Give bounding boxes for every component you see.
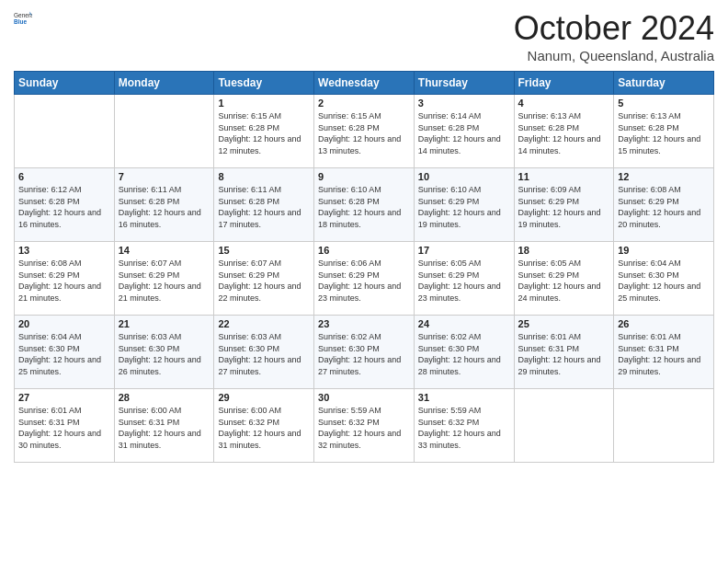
calendar-header-row: SundayMondayTuesdayWednesdayThursdayFrid… xyxy=(15,72,714,95)
calendar-cell: 20Sunrise: 6:04 AM Sunset: 6:30 PM Dayli… xyxy=(15,316,115,389)
day-info: Sunrise: 6:00 AM Sunset: 6:31 PM Dayligh… xyxy=(119,405,210,451)
day-number: 18 xyxy=(518,245,610,256)
day-info: Sunrise: 6:07 AM Sunset: 6:29 PM Dayligh… xyxy=(218,258,310,304)
calendar-cell xyxy=(514,389,614,463)
calendar-cell: 9Sunrise: 6:10 AM Sunset: 6:28 PM Daylig… xyxy=(314,168,415,242)
day-info: Sunrise: 6:08 AM Sunset: 6:29 PM Dayligh… xyxy=(18,258,110,304)
calendar-cell: 16Sunrise: 6:06 AM Sunset: 6:29 PM Dayli… xyxy=(314,242,415,316)
calendar-cell: 23Sunrise: 6:02 AM Sunset: 6:30 PM Dayli… xyxy=(314,316,415,389)
calendar-cell: 4Sunrise: 6:13 AM Sunset: 6:28 PM Daylig… xyxy=(514,95,614,168)
day-number: 3 xyxy=(418,98,510,109)
logo: General Blue xyxy=(14,9,32,28)
week-row-1: 1Sunrise: 6:15 AM Sunset: 6:28 PM Daylig… xyxy=(15,95,714,168)
day-number: 17 xyxy=(418,245,510,256)
svg-text:General: General xyxy=(14,12,32,18)
calendar-cell: 11Sunrise: 6:09 AM Sunset: 6:29 PM Dayli… xyxy=(514,168,614,242)
day-number: 8 xyxy=(218,171,310,182)
calendar-cell: 10Sunrise: 6:10 AM Sunset: 6:29 PM Dayli… xyxy=(414,168,514,242)
weekday-header-saturday: Saturday xyxy=(614,72,714,95)
calendar-cell: 24Sunrise: 6:02 AM Sunset: 6:30 PM Dayli… xyxy=(414,316,514,389)
day-info: Sunrise: 6:13 AM Sunset: 6:28 PM Dayligh… xyxy=(518,110,610,156)
day-number: 22 xyxy=(218,318,310,329)
calendar-cell: 29Sunrise: 6:00 AM Sunset: 6:32 PM Dayli… xyxy=(214,389,314,463)
day-info: Sunrise: 6:03 AM Sunset: 6:30 PM Dayligh… xyxy=(119,331,210,377)
calendar-cell: 15Sunrise: 6:07 AM Sunset: 6:29 PM Dayli… xyxy=(214,242,314,316)
day-number: 12 xyxy=(618,171,710,182)
day-number: 28 xyxy=(119,392,210,403)
calendar-cell: 7Sunrise: 6:11 AM Sunset: 6:28 PM Daylig… xyxy=(114,168,214,242)
day-info: Sunrise: 6:04 AM Sunset: 6:30 PM Dayligh… xyxy=(18,331,110,377)
calendar-cell xyxy=(114,95,214,168)
calendar-cell: 1Sunrise: 6:15 AM Sunset: 6:28 PM Daylig… xyxy=(214,95,314,168)
weekday-header-friday: Friday xyxy=(514,72,614,95)
calendar-cell: 28Sunrise: 6:00 AM Sunset: 6:31 PM Dayli… xyxy=(114,389,214,463)
day-number: 21 xyxy=(119,318,210,329)
day-number: 1 xyxy=(218,98,310,109)
day-info: Sunrise: 6:04 AM Sunset: 6:30 PM Dayligh… xyxy=(618,258,710,304)
day-number: 16 xyxy=(318,245,410,256)
calendar-cell: 2Sunrise: 6:15 AM Sunset: 6:28 PM Daylig… xyxy=(314,95,415,168)
weekday-header-monday: Monday xyxy=(114,72,214,95)
day-info: Sunrise: 6:03 AM Sunset: 6:30 PM Dayligh… xyxy=(218,331,310,377)
calendar-cell: 8Sunrise: 6:11 AM Sunset: 6:28 PM Daylig… xyxy=(214,168,314,242)
day-info: Sunrise: 6:01 AM Sunset: 6:31 PM Dayligh… xyxy=(518,331,610,377)
day-number: 31 xyxy=(418,392,510,403)
day-number: 5 xyxy=(618,98,710,109)
day-number: 19 xyxy=(618,245,710,256)
calendar-cell: 22Sunrise: 6:03 AM Sunset: 6:30 PM Dayli… xyxy=(214,316,314,389)
calendar-cell: 6Sunrise: 6:12 AM Sunset: 6:28 PM Daylig… xyxy=(15,168,115,242)
weekday-header-sunday: Sunday xyxy=(15,72,115,95)
calendar-cell: 19Sunrise: 6:04 AM Sunset: 6:30 PM Dayli… xyxy=(614,242,714,316)
calendar-cell: 5Sunrise: 6:13 AM Sunset: 6:28 PM Daylig… xyxy=(614,95,714,168)
generalblue-logo-icon: General Blue xyxy=(14,9,32,28)
day-info: Sunrise: 6:05 AM Sunset: 6:29 PM Dayligh… xyxy=(518,258,610,304)
day-info: Sunrise: 6:06 AM Sunset: 6:29 PM Dayligh… xyxy=(318,258,410,304)
calendar-cell: 30Sunrise: 5:59 AM Sunset: 6:32 PM Dayli… xyxy=(314,389,415,463)
day-info: Sunrise: 6:01 AM Sunset: 6:31 PM Dayligh… xyxy=(18,405,110,451)
day-number: 27 xyxy=(18,392,110,403)
day-number: 14 xyxy=(119,245,210,256)
header: General Blue October 2024 Nanum, Queensl… xyxy=(14,9,714,63)
day-info: Sunrise: 6:13 AM Sunset: 6:28 PM Dayligh… xyxy=(618,110,710,156)
day-info: Sunrise: 5:59 AM Sunset: 6:32 PM Dayligh… xyxy=(418,405,510,451)
calendar-cell: 27Sunrise: 6:01 AM Sunset: 6:31 PM Dayli… xyxy=(15,389,115,463)
calendar-cell: 26Sunrise: 6:01 AM Sunset: 6:31 PM Dayli… xyxy=(614,316,714,389)
weekday-header-wednesday: Wednesday xyxy=(314,72,415,95)
calendar-cell: 17Sunrise: 6:05 AM Sunset: 6:29 PM Dayli… xyxy=(414,242,514,316)
day-number: 9 xyxy=(318,171,410,182)
day-info: Sunrise: 6:15 AM Sunset: 6:28 PM Dayligh… xyxy=(318,110,410,156)
day-number: 30 xyxy=(318,392,410,403)
day-info: Sunrise: 6:05 AM Sunset: 6:29 PM Dayligh… xyxy=(418,258,510,304)
day-number: 25 xyxy=(518,318,610,329)
week-row-5: 27Sunrise: 6:01 AM Sunset: 6:31 PM Dayli… xyxy=(15,389,714,463)
day-info: Sunrise: 5:59 AM Sunset: 6:32 PM Dayligh… xyxy=(318,405,410,451)
day-info: Sunrise: 6:09 AM Sunset: 6:29 PM Dayligh… xyxy=(518,184,610,230)
location: Nanum, Queensland, Australia xyxy=(514,48,714,63)
day-info: Sunrise: 6:02 AM Sunset: 6:30 PM Dayligh… xyxy=(418,331,510,377)
calendar-cell: 13Sunrise: 6:08 AM Sunset: 6:29 PM Dayli… xyxy=(15,242,115,316)
week-row-4: 20Sunrise: 6:04 AM Sunset: 6:30 PM Dayli… xyxy=(15,316,714,389)
day-info: Sunrise: 6:01 AM Sunset: 6:31 PM Dayligh… xyxy=(618,331,710,377)
title-block: October 2024 Nanum, Queensland, Australi… xyxy=(514,9,714,63)
day-number: 26 xyxy=(618,318,710,329)
day-info: Sunrise: 6:12 AM Sunset: 6:28 PM Dayligh… xyxy=(18,184,110,230)
day-number: 4 xyxy=(518,98,610,109)
week-row-2: 6Sunrise: 6:12 AM Sunset: 6:28 PM Daylig… xyxy=(15,168,714,242)
day-number: 24 xyxy=(418,318,510,329)
calendar-cell xyxy=(614,389,714,463)
day-info: Sunrise: 6:10 AM Sunset: 6:28 PM Dayligh… xyxy=(318,184,410,230)
day-number: 15 xyxy=(218,245,310,256)
calendar-cell: 18Sunrise: 6:05 AM Sunset: 6:29 PM Dayli… xyxy=(514,242,614,316)
calendar-cell: 31Sunrise: 5:59 AM Sunset: 6:32 PM Dayli… xyxy=(414,389,514,463)
day-info: Sunrise: 6:10 AM Sunset: 6:29 PM Dayligh… xyxy=(418,184,510,230)
day-number: 6 xyxy=(18,171,110,182)
day-number: 20 xyxy=(18,318,110,329)
day-number: 23 xyxy=(318,318,410,329)
day-info: Sunrise: 6:02 AM Sunset: 6:30 PM Dayligh… xyxy=(318,331,410,377)
day-number: 2 xyxy=(318,98,410,109)
weekday-header-tuesday: Tuesday xyxy=(214,72,314,95)
calendar-cell: 14Sunrise: 6:07 AM Sunset: 6:29 PM Dayli… xyxy=(114,242,214,316)
calendar-cell xyxy=(15,95,115,168)
day-info: Sunrise: 6:08 AM Sunset: 6:29 PM Dayligh… xyxy=(618,184,710,230)
calendar-cell: 25Sunrise: 6:01 AM Sunset: 6:31 PM Dayli… xyxy=(514,316,614,389)
